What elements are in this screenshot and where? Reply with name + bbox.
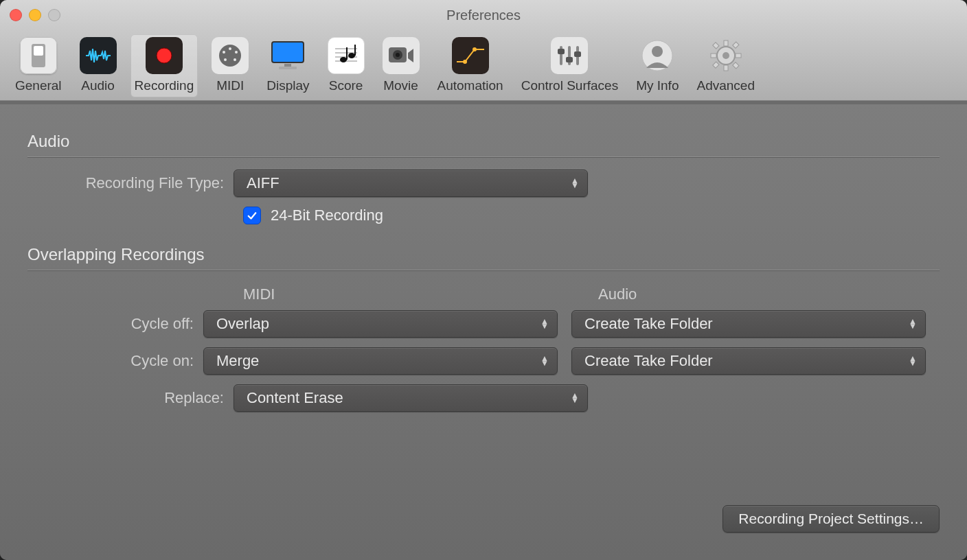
select-value: Overlap [216,315,269,333]
section-overlap-title: Overlapping Recordings [27,245,940,264]
svg-point-6 [223,51,225,54]
tab-label: Audio [81,78,115,93]
svg-point-17 [340,57,347,62]
svg-rect-38 [724,65,728,71]
select-value: Create Take Folder [584,352,713,370]
close-window-button[interactable] [10,9,22,21]
control-surfaces-icon [551,37,588,74]
window-title: Preferences [0,8,967,23]
automation-icon [452,37,489,74]
cycle-off-midi-select[interactable]: Overlap ▲▼ [203,310,558,338]
titlebar: Preferences [0,0,967,30]
svg-rect-42 [732,62,738,69]
footer: Recording Project Settings… [723,505,940,533]
cycle-on-midi-select[interactable]: Merge ▲▼ [203,347,558,375]
svg-rect-10 [272,42,304,62]
svg-point-9 [234,58,236,61]
svg-rect-1 [34,46,43,56]
general-icon [20,37,57,74]
select-value: Content Erase [247,389,343,407]
svg-rect-43 [732,42,738,48]
tab-general[interactable]: General [11,34,66,97]
tab-control-surfaces[interactable]: Control Surfaces [517,34,623,97]
tab-label: Display [266,78,309,93]
select-value: Create Take Folder [584,315,713,333]
gear-icon [707,37,744,74]
svg-point-36 [723,52,729,59]
col-midi-header: MIDI [243,285,584,303]
tab-label: Control Surfaces [521,78,619,93]
divider [27,270,940,270]
tab-label: MIDI [216,78,244,93]
tab-midi[interactable]: MIDI [207,34,253,97]
tab-advanced[interactable]: Advanced [692,34,759,97]
preferences-window: Preferences General Audio Recording [0,0,967,560]
col-audio-header: Audio [598,285,940,303]
replace-label: Replace: [27,389,234,407]
svg-point-19 [348,53,355,58]
cycle-off-label: Cycle off: [27,315,203,333]
chevron-up-down-icon: ▲▼ [909,319,917,329]
display-icon [269,37,306,74]
chevron-up-down-icon: ▲▼ [571,178,579,188]
svg-point-23 [396,53,400,57]
movie-icon [383,37,420,74]
svg-rect-37 [724,40,728,46]
divider [27,156,940,157]
row-cycle-off: Cycle off: Overlap ▲▼ Create Take Folder… [27,310,940,338]
select-value: Merge [216,352,259,370]
minimize-window-button[interactable] [29,9,41,21]
tab-audio[interactable]: Audio [76,34,121,97]
chevron-up-down-icon: ▲▼ [541,319,549,329]
tab-movie[interactable]: Movie [378,34,424,97]
svg-rect-41 [712,43,718,49]
tab-display[interactable]: Display [262,34,313,97]
tab-label: Automation [437,78,503,93]
chevron-up-down-icon: ▲▼ [571,393,579,403]
tab-label: My Info [636,78,679,93]
svg-rect-44 [712,62,718,68]
svg-rect-32 [574,51,581,57]
window-controls [10,9,60,21]
svg-rect-12 [279,67,297,69]
audio-icon [80,37,117,74]
select-value: AIFF [247,174,280,192]
cycle-off-audio-select[interactable]: Create Take Folder ▲▼ [571,310,926,338]
24bit-checkbox[interactable] [243,207,261,224]
tab-recording[interactable]: Recording [130,34,198,97]
svg-rect-20 [354,45,356,56]
tab-my-info[interactable]: My Info [632,34,683,97]
recording-file-type-select[interactable]: AIFF ▲▼ [234,170,588,197]
user-icon [639,37,676,74]
svg-point-25 [463,60,467,64]
score-icon [328,37,365,74]
row-recording-file-type: Recording File Type: AIFF ▲▼ [27,170,940,197]
tab-label: General [15,78,62,93]
tab-automation[interactable]: Automation [433,34,508,97]
svg-point-7 [235,51,238,54]
overlap-column-headers: MIDI Audio [243,285,940,303]
svg-point-34 [652,46,663,57]
tab-label: Recording [135,78,194,93]
tab-label: Score [329,78,363,93]
tab-score[interactable]: Score [323,34,369,97]
recording-file-type-label: Recording File Type: [27,174,234,192]
svg-point-5 [229,47,231,50]
midi-icon [212,37,249,74]
tab-label: Movie [383,78,418,93]
zoom-window-button[interactable] [48,9,60,21]
replace-midi-select[interactable]: Content Erase ▲▼ [234,384,588,412]
svg-rect-11 [284,64,291,67]
recording-project-settings-button[interactable]: Recording Project Settings… [723,505,940,533]
chevron-up-down-icon: ▲▼ [541,356,549,366]
chevron-up-down-icon: ▲▼ [909,356,917,366]
svg-rect-40 [736,54,741,58]
svg-rect-39 [711,54,716,58]
section-audio-title: Audio [27,132,940,151]
preferences-body: Audio Recording File Type: AIFF ▲▼ 24-Bi… [0,104,967,560]
svg-rect-31 [566,57,573,62]
preferences-toolbar: General Audio Recording MIDI Display [0,30,967,101]
svg-marker-24 [408,49,413,62]
button-label: Recording Project Settings… [738,511,924,527]
cycle-on-audio-select[interactable]: Create Take Folder ▲▼ [571,347,926,375]
